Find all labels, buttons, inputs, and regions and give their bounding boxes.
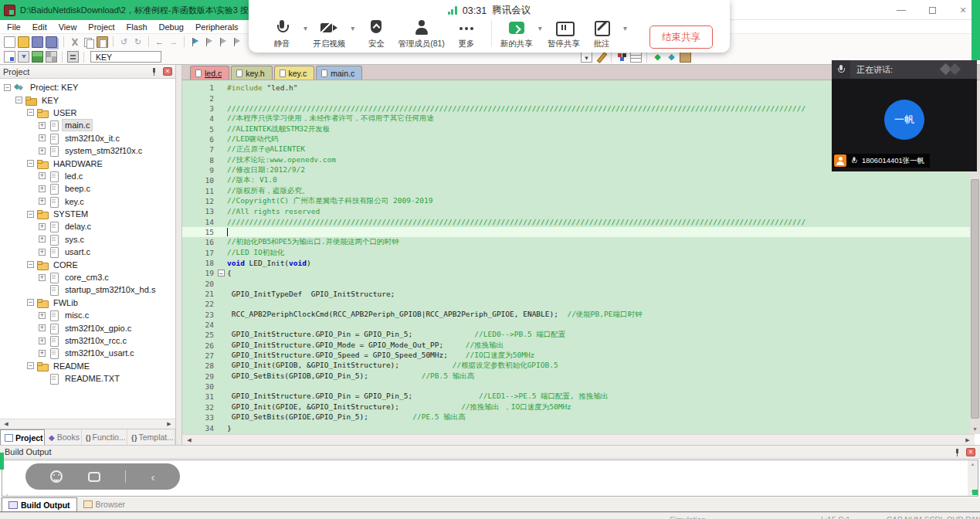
expander-icon[interactable]: − <box>27 362 34 369</box>
output-tab-build[interactable]: Build Output <box>2 497 77 511</box>
tree-item-project: key[interactable]: −Project: KEY <box>0 81 175 93</box>
open-icon[interactable] <box>18 36 29 48</box>
tree-item-stm32f10x_usart.c[interactable]: +stm32f10x_usart.c <box>0 347 175 359</box>
diamond-teal-icon[interactable] <box>666 51 677 63</box>
tree-item-stm32f10x_rcc.c[interactable]: +stm32f10x_rcc.c <box>0 334 175 347</box>
diamond-green-icon[interactable] <box>652 51 663 63</box>
expander-icon[interactable]: + <box>39 249 46 256</box>
meeting-button-camera-off[interactable]: 开启视频 <box>313 19 345 49</box>
tree-item-stm32f10x_gpio.c[interactable]: +stm32f10x_gpio.c <box>0 321 175 334</box>
end-share-button[interactable]: 结束共享 <box>649 25 713 49</box>
tree-item-key.c[interactable]: +key.c <box>0 195 175 208</box>
tree-item-led.c[interactable]: +led.c <box>0 170 175 182</box>
rebuild-icon[interactable] <box>32 51 43 63</box>
editor-hscrollbar[interactable]: ◀ ▶ <box>182 434 975 445</box>
cut-icon[interactable] <box>69 36 80 48</box>
tree-item-sys.c[interactable]: +sys.c <box>0 233 175 246</box>
tree-item-misc.c[interactable]: +misc.c <box>0 309 175 321</box>
meeting-button-mic[interactable]: 静音 <box>266 19 298 49</box>
tree-item-startup_stm32f10x_hd.s[interactable]: startup_stm32f10x_hd.s <box>0 283 175 296</box>
flag-icon[interactable] <box>217 36 229 48</box>
scroll-right-icon[interactable]: ▶ <box>164 421 174 427</box>
expander-icon[interactable]: + <box>39 172 46 179</box>
expander-icon[interactable]: + <box>39 350 46 357</box>
tree-item-fwlib[interactable]: −FWLib <box>0 297 175 309</box>
meeting-video-panel[interactable]: 正在讲话: 一帆 1806014401张一帆 <box>832 60 977 171</box>
panel-tab-project[interactable]: Project <box>0 429 45 445</box>
tree-item-user[interactable]: −USER <box>0 107 175 119</box>
expander-icon[interactable]: − <box>27 211 34 218</box>
tree-item-readme.txt[interactable]: README.TXT <box>0 372 175 385</box>
expander-icon[interactable]: + <box>39 274 46 281</box>
menu-item-peripherals[interactable]: Peripherals <box>195 22 239 32</box>
collapse-icon[interactable]: ‹ <box>151 471 155 483</box>
expander-icon[interactable]: + <box>39 223 46 230</box>
load-icon[interactable] <box>67 51 79 63</box>
scroll-left-icon[interactable]: ◀ <box>185 437 194 443</box>
minimize-button[interactable]: — <box>890 0 913 20</box>
scroll-up-icon[interactable]: ▲ <box>968 460 978 468</box>
editor-tab-key.c[interactable]: key.c <box>274 66 315 80</box>
tree-item-hardware[interactable]: −HARDWARE <box>0 157 175 169</box>
menu-item-view[interactable]: View <box>59 22 77 32</box>
new-icon[interactable] <box>4 36 15 48</box>
project-hscrollbar[interactable]: ◀ ▶ <box>0 419 175 429</box>
expander-icon[interactable]: + <box>39 324 46 331</box>
expander-icon[interactable]: + <box>39 185 46 192</box>
output-tab-browser[interactable]: Browser <box>77 497 132 511</box>
panel-tab-templates[interactable]: Templat... <box>127 429 175 445</box>
expander-icon[interactable]: + <box>39 134 46 141</box>
target-select[interactable]: KEY <box>90 51 161 63</box>
pin-icon[interactable] <box>150 67 158 76</box>
build-icon[interactable] <box>18 51 29 63</box>
scroll-down-icon[interactable]: ▼ <box>970 424 980 434</box>
meeting-button-members[interactable]: 管理成员(81) <box>398 19 445 49</box>
tree-item-readme[interactable]: −README <box>0 360 175 372</box>
pin-icon[interactable] <box>953 448 961 456</box>
save-icon[interactable] <box>32 36 43 48</box>
expander-icon[interactable]: + <box>39 122 46 129</box>
tree-item-delay.c[interactable]: +delay.c <box>0 220 175 232</box>
save-all-icon[interactable] <box>46 36 57 48</box>
menu-item-flash[interactable]: Flash <box>127 22 148 32</box>
scroll-left-icon[interactable]: ◀ <box>2 421 11 427</box>
editor-tab-key.h[interactable]: key.h <box>231 66 272 80</box>
translate-icon[interactable] <box>4 51 15 63</box>
caret-box-icon[interactable] <box>581 51 592 63</box>
expander-icon[interactable]: + <box>39 236 46 243</box>
editor-tab-led.c[interactable]: led.c <box>190 66 229 80</box>
editor-tab-main.c[interactable]: main.c <box>316 66 362 80</box>
tree-item-core_cm3.c[interactable]: +core_cm3.c <box>0 271 175 283</box>
maximize-button[interactable] <box>921 0 944 20</box>
windows-icon[interactable] <box>630 51 642 63</box>
expander-icon[interactable]: − <box>27 160 34 167</box>
pack-icon[interactable] <box>680 51 691 63</box>
panel-tab-functions[interactable]: Functio... <box>82 429 127 445</box>
back-icon[interactable] <box>154 36 165 48</box>
meeting-button-share-pause[interactable]: 暂停共享 <box>548 19 580 49</box>
paste-icon[interactable] <box>97 36 108 48</box>
expander-icon[interactable]: + <box>39 198 46 205</box>
emoji-icon[interactable] <box>50 470 63 483</box>
menu-item-file[interactable]: File <box>7 22 21 32</box>
forward-icon[interactable] <box>168 36 179 48</box>
flag-blue-icon[interactable] <box>189 36 201 48</box>
expander-icon[interactable]: − <box>27 299 34 306</box>
scroll-right-icon[interactable]: ▶ <box>963 437 972 443</box>
panel-tab-books[interactable]: Books <box>45 429 82 445</box>
menu-item-edit[interactable]: Edit <box>32 22 47 32</box>
dropdown-caret-icon[interactable]: ▾ <box>351 24 354 32</box>
tree-item-system_stm32f10x.c[interactable]: +system_stm32f10x.c <box>0 144 175 157</box>
expander-icon[interactable]: − <box>4 84 11 91</box>
tree-item-usart.c[interactable]: +usart.c <box>0 246 175 258</box>
copy-icon[interactable] <box>83 36 94 48</box>
panel-splitter[interactable] <box>176 65 182 445</box>
dropdown-caret-icon[interactable]: ▾ <box>538 24 542 32</box>
meeting-button-annotate[interactable]: 批注 <box>585 19 618 49</box>
menu-item-project[interactable]: Project <box>88 22 114 32</box>
menu-item-debug[interactable]: Debug <box>159 22 184 32</box>
meeting-button-share-new[interactable]: 新的共享 <box>500 19 533 49</box>
expander-icon[interactable]: − <box>15 97 22 103</box>
wand-icon[interactable] <box>595 51 606 63</box>
expander-icon[interactable]: − <box>27 109 34 116</box>
